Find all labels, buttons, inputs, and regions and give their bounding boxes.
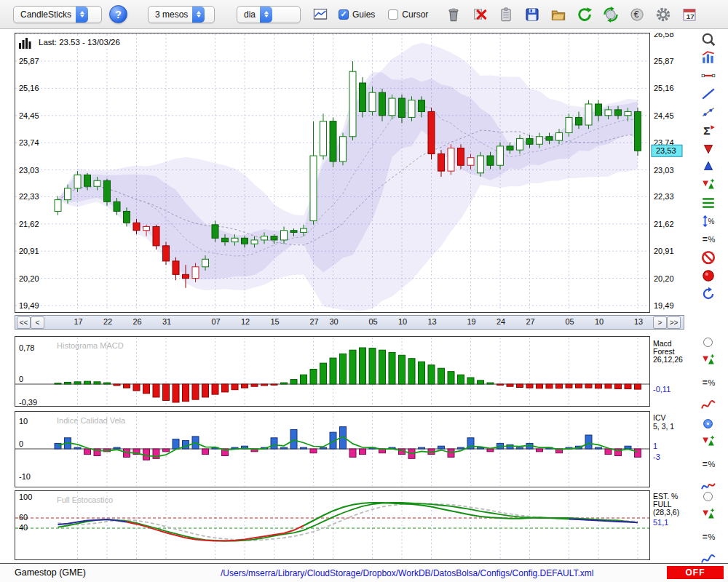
date-tick-label: 31 bbox=[157, 317, 176, 326]
off-button[interactable]: OFF bbox=[667, 566, 724, 579]
trash-icon[interactable] bbox=[444, 5, 463, 24]
updown-arrows-icon[interactable] bbox=[694, 351, 723, 368]
date-tick-label: 26 bbox=[128, 317, 147, 326]
icv-controls: =% bbox=[688, 419, 728, 496]
symbol-label: Gamestop (GME) bbox=[15, 567, 86, 578]
forbid-icon[interactable] bbox=[694, 249, 723, 266]
updown-arrows-icon[interactable] bbox=[694, 506, 723, 522]
date-tick-label: 27 bbox=[521, 317, 540, 326]
period-select[interactable]: 3 mesos bbox=[148, 6, 215, 23]
timeframe-select[interactable]: dia bbox=[237, 6, 301, 23]
checkbox-box bbox=[388, 9, 398, 20]
main-chart-panel: Last: 23.53 - 13/03/26 26,5825,8725,8725… bbox=[15, 33, 688, 313]
svg-text:25,16: 25,16 bbox=[654, 84, 674, 92]
svg-text:20,91: 20,91 bbox=[19, 247, 39, 255]
trend-line-icon[interactable] bbox=[694, 85, 723, 102]
calendar-icon[interactable]: 17 bbox=[680, 5, 699, 24]
price-chart[interactable]: 26,5825,8725,8725,1625,1624,4524,4523,74… bbox=[15, 33, 688, 313]
arrow-down-icon[interactable] bbox=[694, 140, 723, 156]
guies-checkbox[interactable]: Guies bbox=[339, 9, 375, 20]
checkbox-box bbox=[339, 9, 349, 20]
buy-sell-icon[interactable] bbox=[694, 176, 723, 193]
horizontal-line-icon[interactable] bbox=[694, 67, 723, 84]
euro-globe-icon[interactable]: € bbox=[628, 5, 646, 24]
svg-text:19,49: 19,49 bbox=[654, 301, 674, 310]
date-tick-label: 12 bbox=[236, 317, 255, 326]
help-button[interactable]: ? bbox=[109, 5, 127, 23]
svg-text:(28,3,6): (28,3,6) bbox=[653, 508, 679, 517]
scale-percent-icon[interactable]: % bbox=[694, 212, 723, 229]
date-tick-label: 13 bbox=[629, 317, 648, 326]
clipboard-icon[interactable] bbox=[496, 5, 515, 24]
macd-controls: =% bbox=[688, 338, 728, 415]
cursor-checkbox[interactable]: Cursor bbox=[388, 9, 428, 20]
svg-text:0,78: 0,78 bbox=[19, 343, 34, 352]
stoch-controls: =% bbox=[688, 492, 728, 569]
popup-stepper-icon bbox=[260, 7, 272, 23]
stochastic-chart[interactable]: 1006040Full EstocasticoEST. %FULL(28,3,6… bbox=[15, 490, 688, 560]
nav-last-button[interactable]: >> bbox=[667, 316, 681, 329]
svg-text:%: % bbox=[708, 460, 715, 469]
cursor-label: Cursor bbox=[402, 9, 428, 20]
svg-text:20,91: 20,91 bbox=[654, 247, 674, 255]
svg-text:10: 10 bbox=[19, 417, 28, 426]
period-value: 3 mesos bbox=[149, 9, 192, 20]
regression-line-icon[interactable] bbox=[694, 103, 723, 120]
svg-text:19,49: 19,49 bbox=[19, 301, 39, 310]
compare-percent-icon[interactable]: =% bbox=[694, 528, 723, 545]
chart-style-icon[interactable] bbox=[694, 49, 723, 65]
settings-gear-icon[interactable] bbox=[654, 5, 673, 24]
zoom-icon[interactable] bbox=[694, 31, 723, 47]
delete-icon[interactable] bbox=[470, 5, 489, 24]
config-path-link[interactable]: /Users/mserra/Library/CloudStorage/Dropb… bbox=[221, 568, 593, 578]
toolbar-icons: €17 bbox=[444, 5, 699, 24]
timeframe-value: dia bbox=[237, 9, 260, 20]
mini-chart-icon[interactable] bbox=[311, 5, 330, 24]
date-tick-label: 30 bbox=[325, 317, 344, 326]
svg-text:60: 60 bbox=[19, 513, 28, 522]
record-icon[interactable] bbox=[694, 267, 723, 284]
svg-text:20,20: 20,20 bbox=[654, 274, 674, 283]
svg-text:%: % bbox=[708, 533, 715, 541]
svg-text:23,74: 23,74 bbox=[19, 138, 39, 147]
sigma-icon[interactable]: Σ bbox=[694, 121, 723, 138]
save-icon[interactable] bbox=[523, 5, 542, 24]
app-window: CandleSticks ? 3 mesos dia Guies Cursor … bbox=[0, 0, 728, 582]
macd-controls-radio[interactable] bbox=[703, 338, 713, 347]
compare-percent-icon[interactable]: =% bbox=[694, 455, 723, 472]
svg-text:21,62: 21,62 bbox=[654, 220, 674, 228]
svg-text:26,58: 26,58 bbox=[654, 33, 674, 39]
svg-text:-0,39: -0,39 bbox=[19, 398, 37, 407]
main-toolbar: CandleSticks ? 3 mesos dia Guies Cursor … bbox=[0, 0, 728, 29]
reload-icon[interactable] bbox=[694, 285, 723, 302]
stoch-controls-radio[interactable] bbox=[703, 492, 713, 501]
refresh-icon[interactable] bbox=[575, 5, 594, 24]
svg-text:1: 1 bbox=[653, 442, 657, 450]
levels-icon[interactable] bbox=[694, 194, 723, 211]
nav-next-button[interactable]: > bbox=[653, 316, 667, 329]
macd-chart[interactable]: 0,780-0,39Histograma MACDMacdForest26,12… bbox=[15, 336, 688, 407]
icv-chart[interactable]: 100-10Indice Calidad VelaICV5, 3, 11-3 bbox=[15, 411, 688, 487]
wave-red-icon[interactable] bbox=[694, 396, 723, 413]
last-price-label: Last: 23.53 - 13/03/26 bbox=[36, 38, 122, 47]
svg-text:=: = bbox=[702, 234, 707, 244]
date-tick-label: 05 bbox=[364, 317, 383, 326]
nav-prev-button[interactable]: < bbox=[31, 316, 44, 329]
icv-controls-radio[interactable] bbox=[703, 419, 713, 428]
date-tick-label: 13 bbox=[423, 317, 442, 326]
svg-text:24,45: 24,45 bbox=[654, 111, 674, 120]
date-tick-label: 15 bbox=[266, 317, 285, 326]
arrow-up-icon[interactable] bbox=[694, 158, 723, 175]
nav-first-button[interactable]: << bbox=[17, 316, 31, 329]
svg-text:Full Estocastico: Full Estocastico bbox=[57, 495, 113, 504]
compare-percent-icon[interactable]: =% bbox=[694, 231, 723, 247]
updown-arrows-icon[interactable] bbox=[694, 433, 723, 450]
compare-percent-icon[interactable]: =% bbox=[694, 374, 723, 391]
svg-text:25,87: 25,87 bbox=[654, 57, 674, 65]
svg-text:22,33: 22,33 bbox=[19, 192, 39, 201]
svg-text:23,03: 23,03 bbox=[654, 166, 674, 175]
sync-globe-icon[interactable] bbox=[601, 5, 620, 24]
chart-type-select[interactable]: CandleSticks bbox=[13, 6, 102, 23]
open-folder-icon[interactable] bbox=[549, 5, 568, 24]
macd-panel: 0,780-0,39Histograma MACDMacdForest26,12… bbox=[15, 336, 688, 407]
